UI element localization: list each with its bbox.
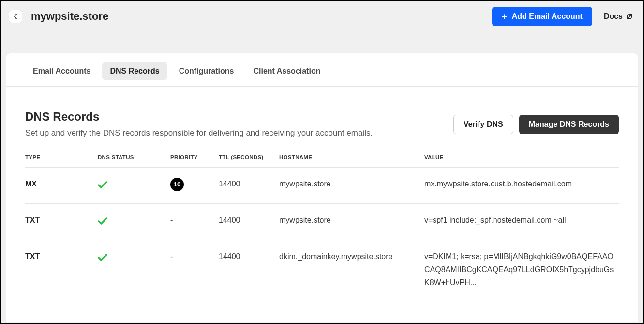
td-priority: 10 bbox=[170, 177, 219, 191]
th-value: VALUE bbox=[424, 154, 619, 160]
section-title: DNS Records bbox=[25, 110, 373, 123]
td-value: v=DKIM1; k=rsa; p=MIIBIjANBgkqhkiG9w0BAQ… bbox=[424, 250, 619, 290]
td-ttl: 14400 bbox=[219, 214, 279, 227]
tabs-bar: Email AccountsDNS RecordsConfigurationsC… bbox=[6, 53, 638, 87]
td-status bbox=[98, 250, 170, 266]
td-priority: - bbox=[170, 214, 219, 227]
section-description: Set up and verify the DNS records respon… bbox=[25, 128, 373, 138]
td-type: MX bbox=[25, 177, 98, 190]
td-hostname: dkim._domainkey.mywpsite.store bbox=[279, 250, 424, 263]
td-value: v=spf1 include:_spf.hostedemail.com ~all bbox=[424, 214, 619, 227]
header-left: mywpsite.store bbox=[9, 10, 108, 23]
verify-dns-button[interactable]: Verify DNS bbox=[453, 115, 513, 134]
table-row: TXT-14400dkim._domainkey.mywpsite.storev… bbox=[25, 240, 619, 299]
check-icon bbox=[98, 216, 107, 227]
section-actions: Verify DNS Manage DNS Records bbox=[453, 115, 619, 134]
docs-label: Docs bbox=[604, 12, 623, 21]
td-value: mx.mywpsite.store.cust.b.hostedemail.com bbox=[424, 177, 619, 190]
tab-email-accounts[interactable]: Email Accounts bbox=[25, 62, 98, 80]
manage-dns-records-button[interactable]: Manage DNS Records bbox=[519, 115, 619, 134]
page-header: mywpsite.store + Add Email Account Docs bbox=[1, 1, 643, 34]
td-hostname: mywpsite.store bbox=[279, 177, 424, 190]
tab-client-association[interactable]: Client Association bbox=[245, 62, 328, 80]
td-hostname: mywpsite.store bbox=[279, 214, 424, 227]
check-icon bbox=[98, 253, 107, 263]
th-priority: PRIORITY bbox=[170, 154, 219, 160]
plus-icon: + bbox=[502, 12, 507, 21]
tab-dns-records[interactable]: DNS Records bbox=[102, 62, 167, 80]
main-panel: Email AccountsDNS RecordsConfigurationsC… bbox=[6, 53, 638, 322]
section-text: DNS Records Set up and verify the DNS re… bbox=[25, 110, 373, 138]
th-hostname: HOSTNAME bbox=[279, 154, 424, 160]
back-button[interactable] bbox=[9, 10, 22, 23]
table-header-row: TYPE DNS STATUS PRIORITY TTL (SECONDS) H… bbox=[25, 154, 619, 167]
content-area: DNS Records Set up and verify the DNS re… bbox=[6, 87, 638, 299]
header-right: + Add Email Account Docs bbox=[492, 7, 633, 26]
td-type: TXT bbox=[25, 250, 98, 263]
check-icon bbox=[98, 180, 107, 191]
priority-badge: 10 bbox=[170, 178, 184, 191]
external-link-icon bbox=[626, 13, 633, 20]
td-status bbox=[98, 214, 170, 230]
th-ttl: TTL (SECONDS) bbox=[219, 154, 279, 160]
dns-records-table: TYPE DNS STATUS PRIORITY TTL (SECONDS) H… bbox=[25, 154, 619, 299]
section-header: DNS Records Set up and verify the DNS re… bbox=[25, 110, 619, 138]
td-ttl: 14400 bbox=[219, 250, 279, 263]
table-row: TXT-14400mywpsite.storev=spf1 include:_s… bbox=[25, 203, 619, 240]
add-email-label: Add Email Account bbox=[512, 12, 583, 21]
td-type: TXT bbox=[25, 214, 98, 227]
td-ttl: 14400 bbox=[219, 177, 279, 190]
docs-link[interactable]: Docs bbox=[604, 12, 633, 21]
chevron-left-icon bbox=[14, 14, 17, 19]
domain-title: mywpsite.store bbox=[31, 10, 108, 23]
table-row: MX1014400mywpsite.storemx.mywpsite.store… bbox=[25, 167, 619, 203]
th-status: DNS STATUS bbox=[98, 154, 170, 160]
th-type: TYPE bbox=[25, 154, 98, 160]
td-status bbox=[98, 177, 170, 194]
tab-configurations[interactable]: Configurations bbox=[171, 62, 242, 80]
td-priority: - bbox=[170, 250, 219, 263]
table-body: MX1014400mywpsite.storemx.mywpsite.store… bbox=[25, 167, 619, 299]
add-email-account-button[interactable]: + Add Email Account bbox=[492, 7, 592, 26]
